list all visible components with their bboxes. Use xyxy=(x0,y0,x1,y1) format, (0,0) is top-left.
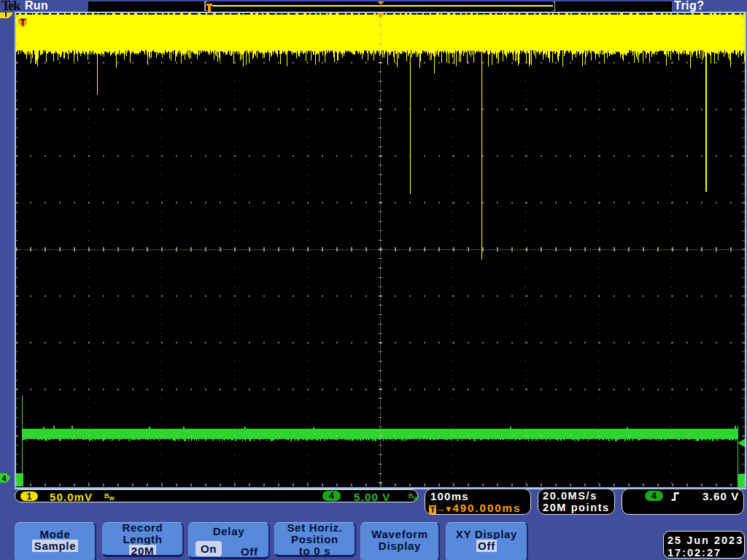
svg-text:T: T xyxy=(20,18,26,28)
svg-text:4: 4 xyxy=(1,474,7,483)
